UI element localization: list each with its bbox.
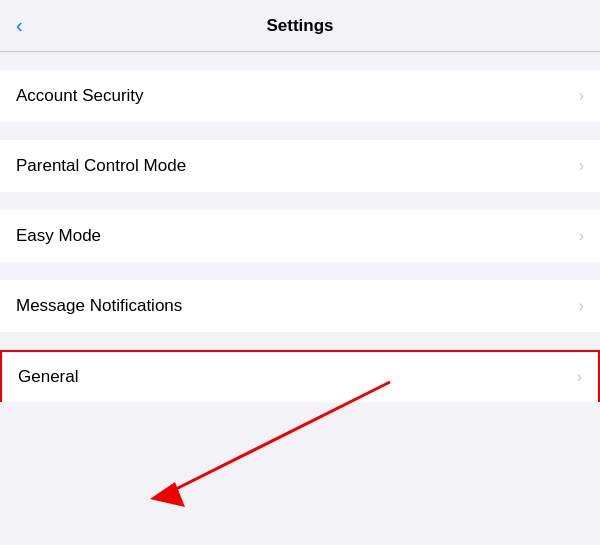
account-security-chevron: ›: [579, 87, 584, 105]
message-notifications-chevron: ›: [579, 297, 584, 315]
account-security-label: Account Security: [16, 86, 144, 106]
message-notifications-group: Message Notifications ›: [0, 280, 600, 332]
section-gap-2: [0, 122, 600, 140]
page-title: Settings: [266, 16, 333, 36]
easy-mode-chevron: ›: [579, 227, 584, 245]
section-gap-3: [0, 192, 600, 210]
general-group: General ›: [0, 350, 600, 402]
message-notifications-label: Message Notifications: [16, 296, 182, 316]
account-security-item[interactable]: Account Security ›: [0, 70, 600, 122]
svg-marker-1: [150, 482, 185, 507]
app-screen: ‹ Settings Account Security › Parental C…: [0, 0, 600, 402]
message-notifications-item[interactable]: Message Notifications ›: [0, 280, 600, 332]
easy-mode-item[interactable]: Easy Mode ›: [0, 210, 600, 262]
general-label: General: [18, 367, 78, 387]
parental-control-group: Parental Control Mode ›: [0, 140, 600, 192]
settings-list: Account Security › Parental Control Mode…: [0, 52, 600, 402]
easy-mode-group: Easy Mode ›: [0, 210, 600, 262]
general-chevron: ›: [577, 368, 582, 386]
section-gap-5: [0, 332, 600, 350]
section-gap-4: [0, 262, 600, 280]
header: ‹ Settings: [0, 0, 600, 52]
back-button[interactable]: ‹: [16, 14, 23, 37]
easy-mode-label: Easy Mode: [16, 226, 101, 246]
parental-control-label: Parental Control Mode: [16, 156, 186, 176]
back-icon: ‹: [16, 14, 23, 37]
parental-control-chevron: ›: [579, 157, 584, 175]
section-gap-1: [0, 52, 600, 70]
general-item[interactable]: General ›: [0, 350, 600, 402]
account-security-group: Account Security ›: [0, 70, 600, 122]
parental-control-item[interactable]: Parental Control Mode ›: [0, 140, 600, 192]
